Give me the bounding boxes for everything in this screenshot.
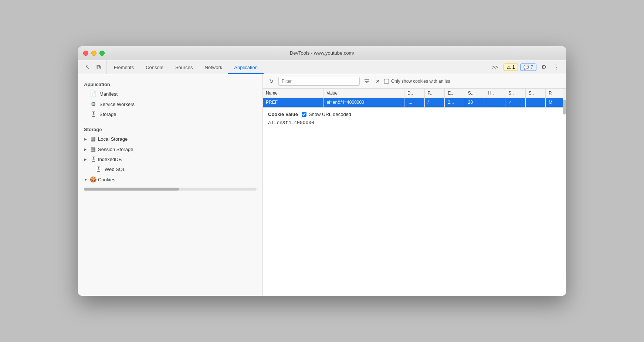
expand-arrow-local: ▶ [84,137,88,141]
sidebar-item-session-storage[interactable]: ▶ ▦ Session Storage [78,144,262,154]
cookie-value-text: al=en&f4=4000000 [268,120,561,126]
expand-arrow-cookies: ▼ [84,178,88,182]
expand-arrow-session: ▶ [84,147,88,151]
cookies-table-wrapper: Name Value D.. P.. E.. S.. H.. S.. S.. P… [263,89,566,107]
col-secure[interactable]: S.. [505,89,526,98]
tab-network[interactable]: Network [199,62,228,74]
only-issues-checkbox[interactable] [384,79,389,84]
chat-icon: 💬 [523,65,529,70]
service-workers-icon: ⚙ [90,101,96,107]
window-title: DevTools - www.youtube.com/ [290,50,354,56]
clear-button[interactable]: ✕ [374,77,382,85]
chat-badge[interactable]: 💬 7 [520,64,536,71]
col-expires[interactable]: E.. [445,89,465,98]
manifest-label: Manifest [99,91,118,97]
expand-arrow-indexed: ▶ [84,157,88,161]
settings-button[interactable]: ⚙ [539,62,549,72]
tab-elements[interactable]: Elements [108,62,140,74]
cell-name: PREF [263,98,323,107]
col-value[interactable]: Value [323,89,404,98]
layers-icon[interactable]: ⧉ [94,62,103,72]
session-storage-icon: ▦ [90,146,96,153]
web-sql-icon: 🗄 [95,166,102,172]
cell-httponly [485,98,505,107]
storage-section-title: Storage [78,124,262,134]
indexeddb-icon: 🗄 [90,156,96,163]
show-url-decoded-checkbox[interactable] [302,112,306,117]
warning-icon: ⚠ [507,65,511,70]
col-domain[interactable]: D.. [404,89,424,98]
sidebar-item-storage[interactable]: 🗄 Storage [78,109,262,119]
sidebar-item-cookies[interactable]: ▼ 🍪 Cookies [78,174,262,185]
traffic-lights [83,51,105,56]
col-samesite[interactable]: S.. [525,89,546,98]
application-section-title: Application [78,79,262,89]
close-button[interactable] [83,51,88,56]
storage-icon: 🗄 [90,111,96,117]
cell-samesite [525,98,546,107]
sidebar-item-indexeddb[interactable]: ▶ 🗄 IndexedDB [78,154,262,164]
minimize-button[interactable] [91,51,96,56]
filter-input[interactable] [278,77,360,86]
main-tabs: Elements Console Sources Network Applica… [108,60,486,74]
storage-label: Storage [99,112,116,117]
sidebar-scrollbar-thumb[interactable] [84,188,179,191]
more-options-button[interactable]: ⋮ [551,62,562,72]
tabbar: ↖ ⧉ Elements Console Sources Network App… [78,60,566,74]
more-tabs-button[interactable]: >> [489,63,501,72]
cookies-toolbar: ↻ ✕ Only show cookies with an iss [263,74,566,89]
cookie-value-label: Cookie Value [268,112,298,117]
show-url-decoded-label: Show URL decoded [302,112,351,117]
table-body: PREF al=en&f4=4000000 .... / 2... 20 ✓ M [263,98,566,107]
table-header: Name Value D.. P.. E.. S.. H.. S.. S.. P… [263,89,566,98]
cell-expires: 2... [445,98,465,107]
cookie-value-panel: Cookie Value Show URL decoded al=en&f4=4… [263,107,566,296]
cookies-label: Cookies [98,177,115,182]
web-sql-label: Web SQL [105,167,125,172]
table-row[interactable]: PREF al=en&f4=4000000 .... / 2... 20 ✓ M [263,98,566,107]
indexeddb-label: IndexedDB [98,157,122,162]
only-issues-label: Only show cookies with an iss [384,79,450,84]
col-httponly[interactable]: H.. [485,89,505,98]
cell-path: / [424,98,445,107]
session-storage-label: Session Storage [98,147,133,152]
show-url-decoded-text: Show URL decoded [309,112,351,117]
cell-secure: ✓ [505,98,526,107]
maximize-button[interactable] [99,51,105,56]
col-name[interactable]: Name [263,89,323,98]
sidebar-item-local-storage[interactable]: ▶ ▦ Local Storage [78,134,262,144]
table-scrollbar-thumb[interactable] [563,100,566,114]
cell-size: 20 [465,98,485,107]
sidebar-item-service-workers[interactable]: ⚙ Service Workers [78,99,262,109]
cursor-icon[interactable]: ↖ [82,62,92,72]
devtools-window: DevTools - www.youtube.com/ ↖ ⧉ Elements… [78,46,566,296]
sidebar-item-web-sql[interactable]: 🗄 Web SQL [78,164,262,174]
titlebar: DevTools - www.youtube.com/ [78,46,566,60]
tab-application[interactable]: Application [228,62,264,74]
content-area: ↻ ✕ Only show cookies with an iss [263,74,566,296]
warning-count: 1 [512,65,515,70]
reload-button[interactable]: ↻ [267,76,276,86]
warning-badge[interactable]: ⚠ 1 [504,64,518,71]
cookie-value-header: Cookie Value Show URL decoded [268,112,561,117]
table-vertical-scrollbar[interactable] [563,89,566,107]
sidebar: Application 📄 Manifest ⚙ Service Workers… [78,74,263,296]
tab-sources[interactable]: Sources [169,62,199,74]
manifest-icon: 📄 [90,90,96,97]
service-workers-label: Service Workers [99,102,135,107]
cookies-icon: 🍪 [90,176,96,183]
tab-console[interactable]: Console [140,62,169,74]
local-storage-icon: ▦ [90,136,96,142]
sidebar-item-manifest[interactable]: 📄 Manifest [78,89,262,99]
col-path[interactable]: P.. [424,89,445,98]
cookies-table: Name Value D.. P.. E.. S.. H.. S.. S.. P… [263,89,566,107]
filter-clear-icon[interactable] [362,76,372,86]
main-layout: Application 📄 Manifest ⚙ Service Workers… [78,74,566,296]
tab-extras: >> ⚠ 1 💬 7 ⚙ ⋮ [486,60,565,74]
tab-icon-group: ↖ ⧉ [79,60,106,74]
local-storage-label: Local Storage [98,136,128,142]
table-wrapper: Name Value D.. P.. E.. S.. H.. S.. S.. P… [263,89,566,107]
col-size[interactable]: S.. [465,89,485,98]
cell-domain: .... [404,98,424,107]
chat-count: 7 [531,65,533,70]
